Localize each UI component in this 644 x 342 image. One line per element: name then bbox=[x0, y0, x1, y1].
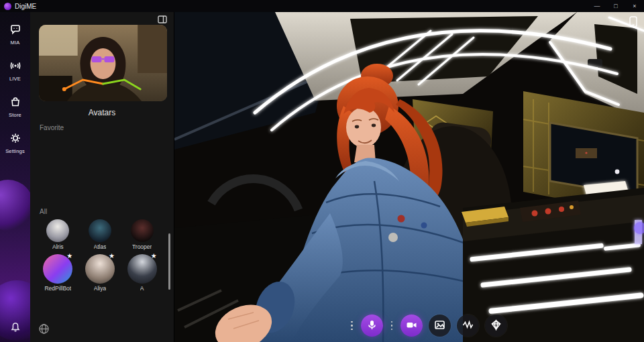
sidebar-item-live[interactable]: LIVE bbox=[0, 58, 30, 84]
avatar-item[interactable]: Atlas bbox=[79, 219, 121, 250]
avatar-item[interactable]: ★ RedPillBot bbox=[37, 254, 79, 292]
sidebar-item-mia[interactable]: MIA bbox=[0, 21, 30, 48]
broadcast-icon bbox=[10, 60, 21, 74]
sidebar-item-label: Settings bbox=[5, 148, 25, 154]
avatar-item[interactable]: ★ Aliya bbox=[79, 254, 121, 292]
gear-icon bbox=[10, 133, 21, 146]
avatar-thumbnail[interactable]: ★ bbox=[85, 254, 115, 284]
globe-icon bbox=[38, 327, 50, 337]
microphone-icon bbox=[366, 319, 378, 333]
webcam-feed bbox=[39, 25, 167, 101]
bottom-toolbar bbox=[349, 315, 507, 337]
mic-options-dots[interactable] bbox=[349, 319, 355, 333]
avatar-thumbnail[interactable] bbox=[46, 219, 69, 242]
close-button[interactable]: × bbox=[625, 0, 644, 12]
app-title: DigiME bbox=[15, 3, 36, 10]
webcam-preview[interactable] bbox=[39, 25, 167, 101]
notifications-bell-button[interactable] bbox=[10, 322, 21, 335]
planet-decoration bbox=[0, 180, 30, 231]
sidebar-item-store[interactable]: Store bbox=[0, 94, 30, 121]
star-badge-icon: ★ bbox=[151, 252, 157, 260]
3d-viewport[interactable] bbox=[174, 12, 644, 342]
scrollbar[interactable] bbox=[168, 233, 170, 290]
3d-scene bbox=[174, 12, 644, 342]
star-badge-icon: ★ bbox=[66, 252, 72, 260]
avatar-thumbnail[interactable]: ★ bbox=[127, 254, 157, 284]
avatar-name: RedPillBot bbox=[44, 285, 71, 292]
sidebar-item-label: LIVE bbox=[9, 76, 21, 82]
titlebar: DigiME — □ × bbox=[0, 0, 644, 12]
camera-options-dots[interactable] bbox=[389, 319, 395, 333]
favorite-section-label: Favorite bbox=[30, 121, 174, 134]
avatar-name: Trooper bbox=[132, 243, 152, 250]
titlebar-left: DigiME bbox=[0, 3, 36, 10]
avatar-thumbnail[interactable] bbox=[89, 219, 111, 242]
all-section-label: All bbox=[30, 205, 174, 218]
panel-title: Avatars bbox=[30, 101, 174, 121]
sidebar-item-label: MIA bbox=[11, 40, 20, 46]
effects-diamond-button[interactable] bbox=[485, 315, 507, 337]
sidebar-item-settings[interactable]: Settings bbox=[0, 130, 30, 157]
minimize-button[interactable]: — bbox=[588, 0, 606, 12]
avatar-panel: Avatars Favorite All Alris Atlas Trooper bbox=[30, 12, 174, 342]
avatar-name: A bbox=[140, 285, 144, 292]
image-icon bbox=[434, 319, 445, 333]
background-image-button[interactable] bbox=[429, 315, 451, 337]
avatar-item[interactable]: Alris bbox=[37, 219, 79, 250]
video-camera-icon bbox=[406, 319, 417, 333]
audio-wave-icon bbox=[462, 319, 474, 333]
nav-sidebar: MIA LIVE Store Settings bbox=[0, 12, 30, 342]
shopping-bag-icon bbox=[10, 97, 21, 110]
favorite-empty-area bbox=[30, 134, 174, 205]
avatar-grid: Alris Atlas Trooper ★ RedPillBot ★ Aliya bbox=[30, 218, 174, 292]
language-globe-button[interactable] bbox=[38, 323, 50, 337]
audio-wave-button[interactable] bbox=[457, 315, 479, 337]
panel-layout-icon bbox=[158, 15, 167, 25]
star-badge-icon: ★ bbox=[109, 252, 115, 260]
mobile-connect-button[interactable] bbox=[629, 16, 637, 30]
phone-icon bbox=[629, 19, 637, 30]
app-window: DigiME — □ × MIA LIVE bbox=[0, 0, 644, 342]
avatar-item[interactable]: Trooper bbox=[121, 219, 163, 250]
microphone-button[interactable] bbox=[361, 315, 383, 337]
avatar-name: Alris bbox=[52, 243, 64, 250]
avatar-name: Aliya bbox=[94, 285, 106, 292]
avatar-thumbnail[interactable] bbox=[131, 219, 154, 242]
maximize-button[interactable]: □ bbox=[606, 0, 625, 12]
avatar-name: Atlas bbox=[94, 243, 107, 250]
window-controls: — □ × bbox=[588, 0, 644, 12]
bell-icon bbox=[10, 323, 21, 335]
app-logo-icon bbox=[4, 3, 11, 10]
avatar-thumbnail[interactable]: ★ bbox=[43, 254, 72, 284]
avatar-item[interactable]: ★ A bbox=[121, 254, 163, 292]
chat-bubble-icon bbox=[10, 24, 21, 38]
diamond-icon bbox=[490, 319, 502, 333]
camera-button[interactable] bbox=[400, 315, 423, 337]
sidebar-item-label: Store bbox=[9, 112, 21, 118]
